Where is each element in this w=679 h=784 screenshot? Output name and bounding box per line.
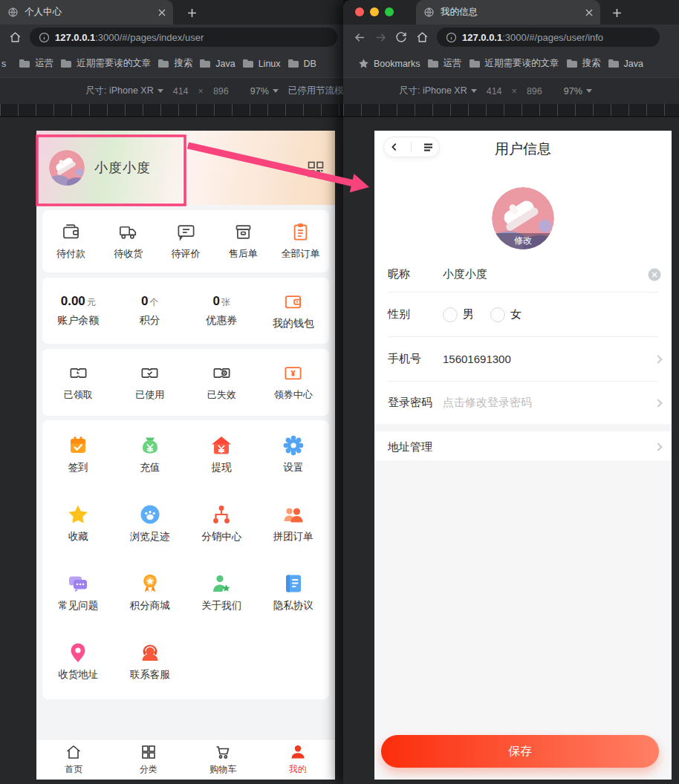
clear-icon[interactable]: [648, 268, 661, 281]
coupon-used[interactable]: 已使用: [114, 349, 186, 416]
service-about-us[interactable]: 关于我们: [186, 568, 258, 637]
nickname-input[interactable]: 小度小度: [443, 267, 487, 281]
bookmark-folder[interactable]: Linux: [242, 59, 281, 69]
bookmark-partial-label[interactable]: s: [1, 59, 6, 69]
tab-mine[interactable]: 我的: [261, 739, 336, 780]
chevron-down-icon: [157, 89, 163, 93]
gender-female-label: 女: [510, 307, 522, 321]
tab-cart[interactable]: 购物车: [186, 739, 261, 780]
close-tab-icon[interactable]: [158, 9, 166, 16]
tab-strip: 个人中心: [0, 0, 343, 24]
service-browse-history[interactable]: 浏览足迹: [114, 499, 186, 568]
service-sign-in[interactable]: 签到: [42, 430, 114, 499]
coupon-received[interactable]: 已领取: [42, 349, 114, 416]
bookmark-folder[interactable]: 近期需要读的文章: [60, 57, 151, 70]
bookmark-folder[interactable]: 搜索: [157, 57, 192, 70]
reload-icon[interactable]: [391, 27, 412, 48]
tab-title: 我的信息: [441, 6, 579, 19]
throttle-select[interactable]: 已停用节流模式: [288, 85, 343, 97]
url-bar[interactable]: 127.0.0.1:3000/#/pages/user/info: [437, 27, 660, 47]
device-width[interactable]: 414: [487, 86, 502, 97]
folder-icon: [242, 59, 254, 68]
new-tab-icon[interactable]: [609, 5, 624, 20]
order-pending-delivery[interactable]: 待收货: [100, 210, 157, 272]
coupons-count[interactable]: 0张 优惠券: [186, 278, 258, 344]
account-balance[interactable]: 0.00元 账户余额: [42, 278, 114, 344]
qr-code-icon[interactable]: [307, 160, 325, 178]
my-wallet[interactable]: 我的钱包: [258, 278, 330, 344]
radio-male[interactable]: [443, 307, 458, 322]
order-pending-payment[interactable]: 待付款: [42, 210, 100, 272]
device-width[interactable]: 414: [173, 86, 189, 97]
bookmarks-manager[interactable]: Bookmarks: [358, 58, 420, 69]
info-icon[interactable]: [39, 32, 50, 43]
phone-row[interactable]: 手机号 15601691300: [374, 337, 672, 381]
device-size-select[interactable]: 尺寸: iPhone XR: [399, 85, 477, 97]
avatar-edit[interactable]: 修改: [492, 187, 554, 249]
order-after-sale[interactable]: 售后单: [215, 210, 272, 272]
tab-title: 个人中心: [25, 6, 152, 19]
globe-favicon-icon: [423, 7, 435, 18]
points[interactable]: 0个 积分: [114, 278, 186, 344]
zoom-window-icon[interactable]: [385, 7, 394, 16]
bookmark-folder[interactable]: 运营: [427, 57, 462, 70]
tab-categories[interactable]: 分类: [111, 739, 186, 780]
service-favorites[interactable]: 收藏: [42, 499, 114, 568]
bookmark-folder[interactable]: 近期需要读的文章: [469, 57, 559, 70]
tab-home[interactable]: 首页: [36, 739, 111, 780]
coupon-center[interactable]: 领券中心: [258, 349, 330, 416]
order-all[interactable]: 全部订单: [272, 210, 329, 272]
url-bar[interactable]: 127.0.0.1:3000/#/pages/index/user: [30, 27, 337, 47]
back-icon[interactable]: [349, 27, 370, 48]
order-pending-review[interactable]: 待评价: [157, 210, 214, 272]
globe-favicon-icon: [7, 7, 19, 18]
home-button-icon[interactable]: [4, 27, 25, 48]
device-size-select[interactable]: 尺寸: iPhone XR: [85, 85, 163, 97]
service-withdraw[interactable]: 提现: [186, 430, 258, 499]
gender-male-label: 男: [463, 307, 474, 321]
service-privacy-policy[interactable]: 隐私协议: [258, 568, 330, 637]
address-management-row[interactable]: 地址管理: [374, 431, 672, 463]
forward-icon[interactable]: [370, 27, 391, 48]
service-contact-support[interactable]: 联系客服: [114, 637, 186, 706]
gender-row: 性别 男 女: [374, 293, 672, 336]
address-toolbar: 127.0.0.1:3000/#/pages/index/user: [0, 24, 343, 50]
new-tab-icon[interactable]: [184, 5, 199, 20]
bookmark-folder[interactable]: Java: [199, 59, 235, 69]
save-button[interactable]: 保存: [381, 735, 659, 768]
bookmark-folder[interactable]: 搜索: [566, 57, 601, 70]
service-faq[interactable]: 常见问题: [42, 568, 114, 637]
tab-my-info[interactable]: 我的信息: [416, 0, 600, 24]
info-icon[interactable]: [446, 32, 457, 43]
bookmark-folder[interactable]: Java: [608, 59, 643, 69]
avatar[interactable]: [49, 150, 85, 186]
service-distribution-center[interactable]: 分销中心: [186, 499, 258, 568]
service-recharge[interactable]: 充值: [114, 430, 186, 499]
bookmark-folder[interactable]: 运营: [19, 57, 53, 70]
coupon-expired[interactable]: 已失效: [186, 349, 258, 416]
minimize-window-icon[interactable]: [370, 7, 379, 16]
folder-icon: [60, 59, 72, 68]
folder-icon: [199, 59, 211, 68]
medal-icon: [139, 572, 161, 595]
service-shipping-address[interactable]: 收货地址: [42, 637, 114, 706]
service-points-mall[interactable]: 积分商城: [114, 568, 186, 637]
service-settings[interactable]: 设置: [258, 430, 330, 499]
tab-personal-center[interactable]: 个人中心: [0, 0, 173, 24]
radio-female[interactable]: [490, 307, 505, 322]
device-height[interactable]: 896: [527, 86, 542, 97]
password-row[interactable]: 登录密码 点击修改登录密码: [374, 382, 672, 424]
home-button-icon[interactable]: [412, 27, 432, 48]
ticket-clock-icon: [68, 363, 88, 383]
bookmark-folder[interactable]: DB: [287, 59, 316, 69]
service-group-orders[interactable]: 拼团订单: [258, 499, 330, 568]
zoom-select[interactable]: 97%: [564, 86, 592, 97]
avatar-edit-label[interactable]: 修改: [492, 233, 554, 249]
close-window-icon[interactable]: [355, 7, 364, 16]
comment-icon: [176, 222, 196, 242]
device-ruler: [0, 104, 343, 117]
zoom-select[interactable]: 97%: [250, 86, 279, 97]
calendar-check-icon: [67, 434, 89, 457]
device-height[interactable]: 896: [213, 86, 229, 97]
close-tab-icon[interactable]: [585, 9, 593, 16]
